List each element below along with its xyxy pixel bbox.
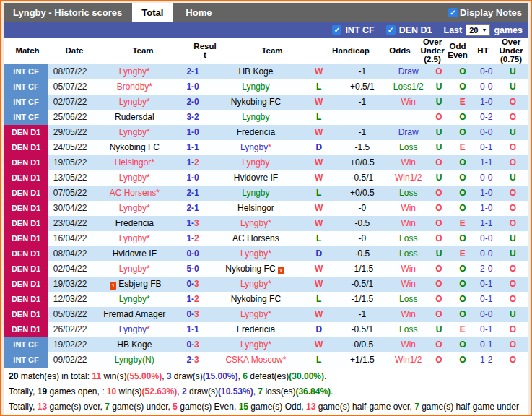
half-time-score: 0-0 — [475, 170, 498, 186]
match-result: 1-2 — [177, 155, 209, 170]
team-star: * — [268, 218, 271, 228]
league-badge: DEN D1 — [4, 307, 48, 322]
league-badge: INT CF — [4, 337, 48, 352]
match-date: 05/07/22 — [48, 79, 92, 95]
match-date: 29/05/22 — [48, 125, 92, 140]
tab-total[interactable]: Total — [132, 3, 173, 22]
away-score: 0 — [194, 97, 199, 107]
match-result: 1-1 — [177, 322, 209, 337]
league-badge: DEN D1 — [4, 277, 48, 292]
over-under-25: O — [427, 337, 450, 352]
league-badge: DEN D1 — [4, 231, 48, 246]
team-star: * — [147, 233, 150, 243]
last-games-select[interactable]: 20 ▼ — [466, 24, 490, 36]
summary-segment: (10.53%) — [218, 386, 253, 396]
summary-segment: 20 — [9, 371, 18, 381]
win-draw-loss: W — [302, 201, 335, 216]
over-under-25: O — [427, 277, 450, 292]
league-badge: DEN D1 — [4, 201, 48, 216]
odds-result: Loss — [389, 246, 427, 261]
half-time-score: 0-0 — [475, 307, 498, 322]
match-result: 2-1 — [177, 186, 209, 201]
table-header-row: Match Date Team Result Team Handicap Odd… — [4, 38, 528, 64]
summary-segment: 10 — [107, 386, 116, 396]
team-star: * — [156, 188, 160, 198]
half-time-score: 0-0 — [475, 79, 498, 95]
handicap-value: -1/1.5 — [335, 292, 389, 307]
summary-segment: win(s) — [101, 371, 126, 381]
half-time-score: 1-0 — [475, 95, 498, 110]
int-cf-checkbox[interactable]: ✓ — [332, 25, 341, 35]
over-under-075: O — [498, 140, 528, 155]
match-result: 5-0 — [177, 261, 209, 277]
match-result: 1-0 — [177, 125, 209, 140]
win-draw-loss: W — [302, 64, 335, 79]
home-team: Hvidovre IF — [92, 246, 176, 261]
win-draw-loss: L — [302, 292, 335, 307]
match-date: 23/04/22 — [48, 216, 92, 231]
col-home-team: Team — [98, 46, 188, 55]
half-time-score: 0-1 — [475, 277, 498, 292]
table-row: DEN D126/02/22Lyngby*1-1FredericiaD-0.5/… — [4, 322, 528, 337]
team-name: Lyngby — [242, 157, 269, 168]
team-name: Brondby — [117, 82, 149, 92]
summary-segment: game(s) half-game over, — [315, 402, 414, 412]
team-star: * — [151, 157, 154, 168]
away-score: 3 — [194, 339, 199, 350]
away-team: Fredericia — [209, 322, 303, 337]
odd-even: O — [450, 277, 475, 292]
summary-segment: game(s) over, — [47, 402, 105, 412]
odds-result: Loss — [389, 231, 427, 246]
summary-segment: Totally, — [9, 386, 38, 396]
tab-historic-scores[interactable]: Lyngby - Historic scores — [4, 3, 132, 22]
away-score: 2 — [194, 294, 199, 304]
display-notes-checkbox[interactable]: ✓ — [448, 8, 458, 17]
league-badge: DEN D1 — [4, 216, 48, 231]
away-team: Lyngby* — [209, 216, 303, 231]
summary-segment: 2 — [182, 386, 187, 396]
table-row: DEN D107/05/22AC Horsens*2-1LyngbyL+0/0.… — [4, 186, 528, 201]
results-table: Match Date Team Result Team Handicap Odd… — [4, 38, 528, 368]
league-badge: INT CF — [4, 64, 48, 79]
match-date: 19/02/22 — [48, 337, 92, 352]
match-date: 30/04/22 — [48, 201, 92, 216]
home-team: Lyngby* — [92, 201, 176, 216]
den-d1-checkbox[interactable]: ✓ — [386, 25, 396, 35]
summary-segment: 7 — [414, 402, 419, 412]
match-result: 3-2 — [177, 110, 209, 125]
odds-result: Win1/2 — [389, 352, 427, 368]
home-team: Nykobing FC — [92, 140, 176, 155]
summary-segment: games open, : — [47, 386, 107, 396]
win-draw-loss: D — [302, 322, 335, 337]
win-draw-loss: W — [302, 95, 335, 110]
odds-result: Win — [389, 307, 427, 322]
display-notes-toggle[interactable]: ✓ Display Notes — [448, 3, 528, 22]
away-team: Lyngby* — [209, 307, 303, 322]
away-score: 0 — [194, 127, 199, 137]
tab-home[interactable]: Home — [186, 3, 212, 22]
over-under-25: O — [427, 352, 450, 368]
over-under-25: O — [427, 186, 450, 201]
summary-segment: win(s) — [116, 386, 141, 396]
handicap-value: -1/1.5 — [335, 261, 389, 277]
team-name: Lyngby — [240, 309, 268, 319]
away-score: 1 — [194, 203, 199, 213]
home-team: Helsingor* — [92, 155, 176, 170]
match-result: 2-3 — [177, 352, 209, 368]
away-team: Helsingor — [209, 201, 303, 216]
away-score: 0 — [194, 248, 199, 259]
team-name: Lyngby — [119, 294, 147, 304]
col-over-under-075: Over Under (0.75) — [495, 38, 527, 64]
over-under-075: O — [498, 292, 528, 307]
team-name: HB Koge — [238, 66, 273, 77]
over-under-25: U — [427, 125, 450, 140]
team-name: Lyngby — [119, 264, 147, 274]
team-name: Helsingor — [237, 203, 274, 213]
odd-even: O — [450, 155, 475, 170]
league-badge: INT CF — [4, 110, 48, 125]
table-row: DEN D130/04/22Lyngby*2-1HelsingorW-0WinO… — [4, 201, 528, 216]
summary-segment: 3 — [167, 371, 172, 381]
match-result: 1-0 — [177, 79, 209, 95]
over-under-25: O — [427, 110, 450, 125]
table-row: INT CF19/02/22HB Koge0-3Lyngby*W-0/0.5Wi… — [4, 337, 528, 352]
